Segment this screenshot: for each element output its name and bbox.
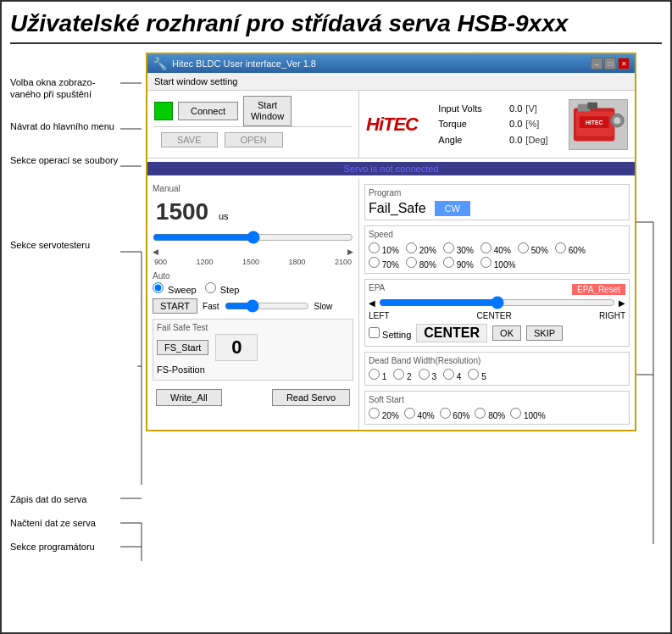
right-annotations bbox=[636, 53, 662, 431]
db-5[interactable]: 5 bbox=[468, 369, 486, 381]
ann3-text: Sekce operací se soubory bbox=[10, 155, 118, 165]
write-all-button[interactable]: Write_All bbox=[156, 389, 222, 406]
speed-10[interactable]: 10% bbox=[369, 242, 404, 255]
window-titlebar: 🔧 Hitec BLDC User interface_Ver 1.8 – □ … bbox=[147, 54, 635, 73]
read-servo-button[interactable]: Read Servo bbox=[272, 389, 350, 406]
epa-setting-checkbox[interactable] bbox=[369, 327, 380, 338]
epa-slider[interactable] bbox=[379, 296, 615, 309]
ann1-text: Volba okna zobrazo- vaného při spuštění bbox=[10, 77, 95, 99]
minimize-button[interactable]: – bbox=[591, 58, 603, 70]
fast-label: Fast bbox=[203, 302, 219, 311]
sensor-readings: Input Volts 0.0 [V] Torque 0.0 [%] Angle… bbox=[438, 101, 547, 148]
speed-slider[interactable] bbox=[225, 299, 309, 313]
epa-reset-button[interactable]: EPA_Reset bbox=[572, 284, 625, 295]
speed-section: Speed 10% 20% 30% 40% 50% 60% 70% 80% 90… bbox=[364, 225, 630, 274]
speed-20[interactable]: 20% bbox=[406, 242, 442, 255]
fs-position-label: FS-Position bbox=[157, 364, 205, 375]
deadband-section: Dead Band Width(Resolution) 1 2 3 4 5 bbox=[364, 352, 630, 386]
cw-button[interactable]: CW bbox=[435, 201, 470, 216]
programmer-panel: Program Fail_Safe CW Speed 10% 20% 30% 4… bbox=[359, 179, 635, 430]
epa-setting-checkbox-label[interactable]: Setting bbox=[369, 327, 411, 340]
servo-tester-panel: Manual 1500 us ◀ ▶ 900 1200 1500 1800 bbox=[147, 179, 359, 430]
angle-value: 0.0 bbox=[501, 132, 522, 148]
close-button[interactable]: ✕ bbox=[618, 58, 630, 70]
db-2[interactable]: 2 bbox=[393, 369, 411, 381]
speed-80[interactable]: 80% bbox=[406, 257, 442, 270]
epa-right-arrow[interactable]: ▶ bbox=[619, 298, 625, 308]
speed-40[interactable]: 40% bbox=[480, 242, 516, 255]
torque-unit: [%] bbox=[525, 116, 539, 132]
step-option[interactable]: Step bbox=[205, 282, 240, 295]
failsafe-value: 0 bbox=[215, 334, 258, 361]
slider-right-arrow[interactable]: ▶ bbox=[347, 247, 353, 256]
auto-start-button[interactable]: START bbox=[153, 298, 197, 314]
auto-section: Auto Sweep Step START Fast bbox=[153, 271, 353, 314]
svg-point-15 bbox=[614, 117, 620, 124]
deadband-label: Dead Band Width(Resolution) bbox=[369, 356, 625, 365]
right-annotation-lines bbox=[636, 53, 662, 603]
page-title: Uživatelské rozhraní pro střídavá serva … bbox=[10, 10, 662, 44]
start-window-button[interactable]: StartWindow bbox=[243, 96, 292, 126]
db-4[interactable]: 4 bbox=[443, 369, 461, 381]
speed-100[interactable]: 100% bbox=[480, 257, 516, 270]
sweep-option[interactable]: Sweep bbox=[153, 282, 197, 295]
input-volts-label: Input Volts bbox=[438, 101, 497, 117]
epa-section: EPA EPA_Reset ◀ ▶ LEFT CENTER RIGHT bbox=[364, 279, 630, 347]
manual-unit: us bbox=[219, 211, 229, 221]
torque-value: 0.0 bbox=[501, 116, 522, 132]
failsafe-label: Fail Safe Test bbox=[157, 323, 349, 332]
svg-rect-13 bbox=[587, 102, 597, 108]
servo-image: HITEC bbox=[569, 99, 628, 150]
input-volts-unit: [V] bbox=[525, 101, 536, 117]
fs-start-button[interactable]: FS_Start bbox=[157, 340, 208, 355]
softstart-section: Soft Start 20% 40% 60% 80% 100% bbox=[364, 391, 630, 425]
connection-indicator bbox=[154, 102, 173, 120]
program-section: Program Fail_Safe CW bbox=[364, 184, 630, 220]
angle-unit: [Deg] bbox=[525, 132, 547, 148]
db-3[interactable]: 3 bbox=[419, 369, 436, 381]
app-window: 🔧 Hitec BLDC User interface_Ver 1.8 – □ … bbox=[146, 53, 636, 431]
speed-70[interactable]: 70% bbox=[369, 257, 404, 270]
angle-label: Angle bbox=[438, 132, 497, 148]
maximize-button[interactable]: □ bbox=[604, 58, 616, 70]
failsafe-section: Fail Safe Test FS_Start 0 FS-Position bbox=[153, 319, 353, 381]
slider-left-arrow[interactable]: ◀ bbox=[153, 247, 158, 256]
ss-80[interactable]: 80% bbox=[475, 408, 505, 420]
ss-100[interactable]: 100% bbox=[510, 408, 545, 420]
ann5-text: Zápis dat do serva bbox=[10, 494, 87, 504]
ann2-text: Návrat do hlavního menu bbox=[10, 121, 114, 131]
svg-text:HITEC: HITEC bbox=[586, 120, 603, 125]
annotations-left: Volba okna zobrazo- vaného při spuštění … bbox=[10, 53, 146, 431]
speed-60[interactable]: 60% bbox=[555, 242, 591, 255]
connect-button[interactable]: Connect bbox=[178, 102, 238, 120]
ss-60[interactable]: 60% bbox=[440, 408, 470, 420]
db-1[interactable]: 1 bbox=[369, 369, 386, 381]
ann4-text: Sekce servotesteru bbox=[10, 240, 90, 250]
epa-center-label: CENTER bbox=[477, 311, 512, 320]
save-button[interactable]: SAVE bbox=[161, 132, 218, 147]
epa-right-label: RIGHT bbox=[599, 311, 625, 320]
ann6-text: Načtení dat ze serva bbox=[10, 518, 96, 528]
softstart-label: Soft Start bbox=[369, 395, 625, 404]
ss-20[interactable]: 20% bbox=[369, 408, 399, 420]
window-title: Hitec BLDC User interface_Ver 1.8 bbox=[172, 58, 316, 69]
manual-slider[interactable] bbox=[153, 231, 353, 244]
epa-left-arrow[interactable]: ◀ bbox=[369, 298, 375, 308]
speed-90[interactable]: 90% bbox=[443, 257, 479, 270]
toolbar-label: Start window setting bbox=[154, 76, 237, 86]
epa-center-value: CENTER bbox=[416, 324, 487, 342]
manual-label: Manual bbox=[153, 184, 353, 193]
program-label: Program bbox=[369, 188, 625, 197]
speed-30[interactable]: 30% bbox=[443, 242, 479, 255]
epa-label: EPA bbox=[369, 283, 385, 292]
status-bar: Servo is not connected bbox=[147, 162, 635, 175]
speed-label: Speed bbox=[369, 230, 625, 239]
input-volts-value: 0.0 bbox=[501, 101, 522, 117]
slow-label: Slow bbox=[314, 302, 333, 311]
epa-ok-button[interactable]: OK bbox=[492, 325, 521, 341]
epa-left-label: LEFT bbox=[369, 311, 389, 320]
epa-skip-button[interactable]: SKIP bbox=[526, 325, 563, 341]
speed-50[interactable]: 50% bbox=[518, 242, 553, 255]
ss-40[interactable]: 40% bbox=[404, 408, 435, 420]
open-button[interactable]: OPEN bbox=[225, 132, 283, 147]
